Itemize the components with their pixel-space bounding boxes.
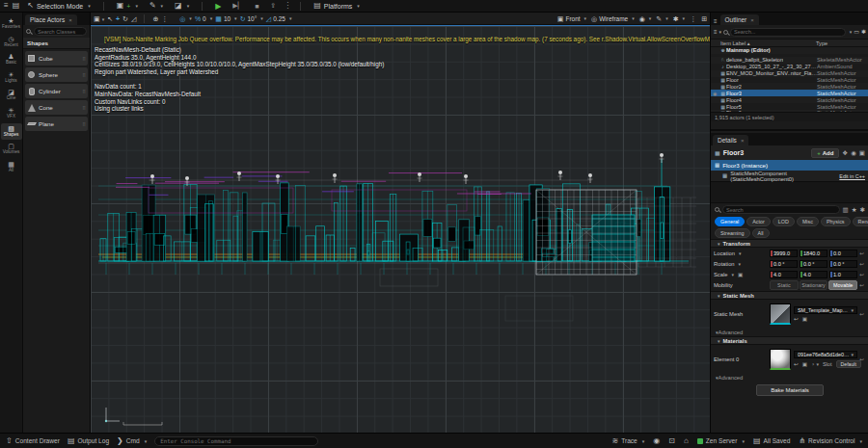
maximize-viewport-icon[interactable]: ⊞ — [701, 15, 707, 22]
category-favorites[interactable]: ★Favorites — [1, 15, 22, 33]
reset-icon[interactable]: ↩ — [857, 356, 866, 362]
drag-handle-icon[interactable]: ⠿ — [82, 72, 86, 78]
rotation-z-field[interactable]: 0.0 ° — [829, 260, 857, 268]
play-options-icon[interactable]: ⋮ — [284, 2, 291, 10]
column-type[interactable]: Type — [816, 40, 866, 46]
view-perspective-dropdown[interactable]: ▣Front▾ — [557, 15, 586, 22]
view-mode-dropdown[interactable]: ◎Wireframe▾ — [591, 15, 635, 22]
materials-section-header[interactable]: ▾Materials — [711, 336, 868, 345]
add-actor-button[interactable]: ▣+▾ — [113, 1, 142, 11]
visibility-eye-icon[interactable]: ◉ — [713, 91, 719, 96]
source-control-saved[interactable]: ▤All Saved — [753, 437, 790, 445]
bake-materials-button[interactable]: Bake Materials — [756, 384, 824, 396]
tab-details[interactable]: Details × — [713, 135, 748, 145]
scale-x-field[interactable]: 4.0 — [770, 271, 798, 278]
static-mesh-section-header[interactable]: ▾Static Mesh — [711, 291, 868, 300]
reset-icon[interactable]: ↩ — [857, 261, 866, 267]
advanced-expander[interactable]: ▾Advanced — [711, 329, 868, 336]
scale-lock-icon[interactable]: ▣ — [738, 272, 743, 277]
viewport-canvas[interactable]: [VSM] Non-Nanite Marking Job Queue overf… — [91, 25, 710, 433]
blueprint-convert-icon[interactable]: ❖ — [842, 149, 848, 157]
location-y-field[interactable]: 1840.0 — [800, 250, 827, 257]
content-drawer-button[interactable]: ⇧Content Drawer — [6, 437, 60, 445]
settings-icon[interactable]: ✱ — [861, 29, 866, 35]
create-folder-icon[interactable]: ▭ — [854, 29, 859, 35]
shape-item-plane[interactable]: Plane⠿ — [25, 117, 88, 131]
details-search-input[interactable] — [722, 205, 840, 214]
scale-label[interactable]: Scale▾▣ — [714, 272, 770, 277]
transform-section-header[interactable]: ▾Transform — [711, 239, 868, 248]
display-filter-icon[interactable]: ▥ — [843, 206, 849, 214]
derived-data-icon[interactable]: ⌂ — [684, 437, 689, 445]
table-row[interactable]: ▦Floor4StaticMeshActor — [711, 96, 868, 103]
rotate-tool-icon[interactable]: ↻ — [122, 15, 128, 22]
close-icon[interactable]: × — [750, 17, 754, 23]
shape-item-cube[interactable]: Cube⠿ — [25, 51, 88, 66]
filter-chip-physics[interactable]: Physics — [821, 217, 851, 226]
move-tool-icon[interactable]: + — [116, 15, 120, 22]
category-shapes[interactable]: ▧Shapes — [1, 123, 22, 141]
chevron-down-icon[interactable]: ▾ — [850, 29, 853, 35]
surface-snap-control[interactable]: ◎▾ — [179, 15, 192, 22]
outliner-search-input[interactable] — [730, 28, 846, 37]
instance-row[interactable]: ▦ Floor3 (Instance) — [711, 160, 868, 171]
blueprints-button[interactable]: ✎▾ — [146, 1, 167, 11]
viewport-settings-dropdown[interactable]: ✱▾ — [673, 15, 685, 22]
scale-y-field[interactable]: 4.0 — [800, 271, 827, 278]
screenshot-icon[interactable]: ◉ — [653, 437, 660, 445]
category-volumes[interactable]: ▢Volumes — [1, 141, 22, 158]
filter-chip-general[interactable]: General — [715, 217, 745, 226]
shape-item-sphere[interactable]: Sphere⠿ — [25, 67, 88, 82]
reset-icon[interactable]: ↩ — [857, 250, 866, 256]
mobility-option-stationary[interactable]: Stationary — [800, 280, 828, 290]
search-classes-input[interactable] — [34, 27, 87, 36]
rotation-y-field[interactable]: 0.0 ° — [800, 260, 827, 268]
cmd-dropdown[interactable]: ❯Cmd▾ — [117, 437, 147, 445]
static-mesh-combobox[interactable]: SM_Template_Map_Floor▾ — [794, 306, 857, 314]
scale-tool-icon[interactable]: ◿ — [131, 15, 136, 22]
coordinate-system-icon[interactable]: ⊕ — [152, 15, 158, 22]
rotation-x-field[interactable]: 0.0 ° — [770, 260, 798, 268]
menu-icon[interactable]: ≡ — [4, 2, 9, 10]
cinematics-button[interactable]: ◪▾ — [171, 1, 193, 11]
browse-to-asset-icon[interactable]: ▣ — [802, 316, 807, 322]
location-label[interactable]: Location▾ — [714, 250, 770, 256]
material-thumbnail[interactable] — [770, 349, 791, 370]
scale-z-field[interactable]: 1.0 — [829, 271, 857, 278]
drag-handle-icon[interactable]: ⠿ — [82, 105, 86, 111]
component-row[interactable]: ▦ StaticMeshComponent (StaticMeshCompone… — [711, 171, 868, 181]
use-selected-icon[interactable]: ↩ — [794, 316, 799, 322]
table-row[interactable]: ◉▦Floor3StaticMeshActor — [711, 90, 868, 96]
drag-handle-icon[interactable]: ⠿ — [82, 56, 86, 62]
filter-chip-all[interactable]: All — [752, 228, 770, 238]
trace-dropdown[interactable]: ≋Trace▾ — [611, 437, 644, 445]
use-selected-icon[interactable]: ↩ — [794, 361, 799, 367]
category-basic[interactable]: ♟Basic — [1, 51, 22, 68]
filter-icon[interactable]: ≡▾ — [714, 29, 721, 35]
eject-button[interactable]: ⇪ — [266, 1, 280, 11]
reset-icon[interactable]: ↩ — [857, 272, 866, 277]
category-recent[interactable]: ◷Recent — [1, 34, 22, 51]
tab-place-actors[interactable]: Place Actors × — [25, 14, 77, 25]
mobility-option-movable[interactable]: Movable — [828, 280, 857, 290]
edit-in-cpp-link[interactable]: Edit in C++ — [839, 173, 865, 179]
static-mesh-thumbnail[interactable] — [770, 303, 791, 325]
drag-handle-icon[interactable]: ⠿ — [82, 89, 86, 94]
play-button[interactable]: ▶ — [211, 1, 225, 12]
category-vfx[interactable]: ✳VFX — [1, 105, 22, 122]
table-row[interactable]: ▦Floor2StaticMeshActor — [711, 83, 868, 90]
filter-chip-actor[interactable]: Actor — [746, 217, 771, 226]
close-icon[interactable]: × — [741, 138, 745, 144]
filter-chip-streaming[interactable]: Streaming — [715, 228, 750, 238]
table-row[interactable]: ▦ENV_MOD_Monitor_ENV..nitor_Flatscreen_0… — [711, 70, 868, 77]
column-item-label[interactable]: Item Label ▴ — [720, 40, 750, 46]
filter-chip-lod[interactable]: LOD — [773, 217, 795, 226]
shape-item-cone[interactable]: Cone⠿ — [25, 100, 88, 115]
reset-icon[interactable]: ↩ — [857, 311, 866, 317]
revision-control-dropdown[interactable]: ⋔Revision Control▾ — [799, 437, 862, 445]
lock-icon[interactable]: ▣ — [859, 149, 865, 157]
rotation-snap-control[interactable]: ↻10°▾ — [240, 15, 263, 22]
material-combobox[interactable]: 091ee76e8a5d1de04d35ef1bdd▾ — [794, 351, 857, 358]
category-cine[interactable]: ◪Cine — [1, 87, 22, 104]
table-row[interactable]: ♪Desktop_2025_10_27_-_23_30_27_01Ambient… — [711, 64, 868, 70]
